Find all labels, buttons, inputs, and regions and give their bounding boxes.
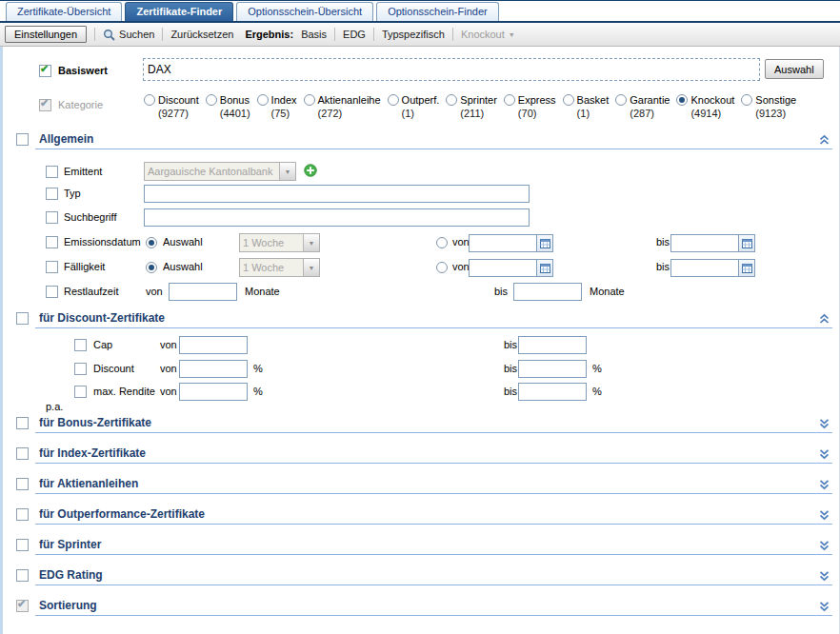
option-count: (4914): [690, 108, 734, 119]
faelligkeit-auswahl-radio[interactable]: [146, 262, 157, 273]
radio-outperf[interactable]: [388, 94, 399, 106]
edg-rating-section-checkbox[interactable]: [16, 569, 29, 582]
rendite-checkbox[interactable]: [74, 386, 87, 398]
expand-down-icon[interactable]: [818, 479, 830, 490]
discount-bis-input[interactable]: [518, 360, 587, 378]
expand-down-icon[interactable]: [818, 418, 830, 429]
kategorie-option-basket[interactable]: Basket (1): [563, 94, 610, 119]
expand-down-icon[interactable]: [818, 601, 830, 612]
add-emittent-icon[interactable]: [304, 164, 317, 177]
collapse-up-icon[interactable]: [818, 313, 830, 325]
typ-input[interactable]: [144, 185, 530, 203]
tab-optionsschein-uebersicht[interactable]: Optionsschein-Übersicht: [236, 2, 373, 21]
kategorie-option-index[interactable]: Index (75): [257, 94, 297, 119]
allgemein-checkbox[interactable]: [16, 133, 29, 146]
calendar-icon[interactable]: [739, 259, 755, 277]
basiswert-checkbox[interactable]: [39, 65, 51, 77]
ergebnis-edg-button[interactable]: EDG: [343, 29, 366, 40]
calendar-icon[interactable]: [537, 234, 553, 252]
option-count: (70): [518, 108, 556, 119]
bonus-section-checkbox[interactable]: [16, 417, 29, 429]
date-input[interactable]: [469, 259, 537, 277]
ergebnis-basis-button[interactable]: Basis: [301, 29, 327, 40]
emissionsdatum-von-radio[interactable]: [436, 237, 448, 248]
faelligkeit-checkbox[interactable]: [46, 261, 58, 273]
expand-down-icon[interactable]: [818, 540, 830, 551]
aktienanleihen-section-checkbox[interactable]: [16, 478, 29, 490]
calendar-icon[interactable]: [537, 259, 553, 277]
emissionsdatum-checkbox[interactable]: [46, 236, 58, 248]
einstellungen-button[interactable]: Einstellungen: [5, 26, 87, 43]
calendar-icon[interactable]: [739, 234, 755, 252]
kategorie-option-sonstige[interactable]: Sonstige (9123): [741, 94, 796, 119]
suchen-button[interactable]: Suchen: [103, 29, 154, 41]
radio-express[interactable]: [504, 94, 515, 106]
radio-garantie[interactable]: [615, 94, 627, 106]
radio-index[interactable]: [257, 94, 269, 106]
discount-section-checkbox[interactable]: [16, 312, 29, 325]
suchbegriff-input[interactable]: [144, 208, 530, 227]
tab-optionsschein-finder[interactable]: Optionsschein-Finder: [376, 2, 499, 21]
faelligkeit-von-radio[interactable]: [436, 262, 448, 273]
restlaufzeit-checkbox[interactable]: [46, 286, 58, 298]
basiswert-input[interactable]: [143, 58, 760, 81]
kategorie-option-sprinter[interactable]: Sprinter (211): [446, 94, 497, 119]
cap-checkbox[interactable]: [74, 339, 87, 351]
date-input[interactable]: [469, 234, 537, 252]
emittent-checkbox[interactable]: [46, 166, 58, 178]
option-label: Bonus: [220, 94, 250, 106]
restlaufzeit-von-input[interactable]: [169, 283, 237, 301]
percent-label: %: [592, 386, 602, 397]
kategorie-option-aktienanleihe[interactable]: Aktienanleihe (272): [304, 94, 381, 119]
expand-down-icon[interactable]: [818, 570, 830, 582]
auswahl-button[interactable]: Auswahl: [765, 59, 824, 79]
kategorie-options: Discount (9277) Bonus (4401) Index (75) …: [144, 94, 828, 119]
kategorie-option-garantie[interactable]: Garantie (287): [615, 94, 670, 119]
percent-label: %: [253, 386, 263, 397]
expand-down-icon[interactable]: [818, 509, 830, 521]
von-label: von: [146, 286, 163, 297]
option-count: (4401): [220, 108, 250, 119]
date-input[interactable]: [670, 259, 739, 277]
radio-sonstige[interactable]: [741, 94, 752, 106]
expand-down-icon[interactable]: [818, 448, 830, 460]
ergebnis-typspezifisch-button[interactable]: Typspezifisch: [382, 29, 445, 40]
radio-sprinter[interactable]: [446, 94, 457, 106]
discount-checkbox[interactable]: [74, 363, 87, 375]
radio-knockout[interactable]: [676, 94, 688, 106]
emissionsdatum-auswahl-radio[interactable]: [146, 237, 157, 248]
cap-von-input[interactable]: [179, 336, 248, 354]
radio-discount[interactable]: [144, 94, 155, 106]
kategorie-option-bonus[interactable]: Bonus (4401): [206, 94, 250, 119]
rendite-bis-input[interactable]: [518, 383, 587, 401]
section-title: für Discount-Zertifikate: [39, 311, 165, 325]
suchbegriff-checkbox[interactable]: [46, 211, 58, 224]
kategorie-option-knockout[interactable]: Knockout (4914): [676, 94, 734, 119]
kategorie-option-express[interactable]: Express (70): [504, 94, 556, 119]
discount-von-input[interactable]: [179, 360, 248, 378]
tab-zertifikate-finder[interactable]: Zertifikate-Finder: [125, 2, 233, 21]
section-header-sortierung: Sortierung: [16, 599, 832, 616]
typ-checkbox[interactable]: [46, 188, 58, 200]
radio-basket[interactable]: [563, 94, 574, 106]
option-count: (1): [577, 108, 610, 119]
radio-bonus[interactable]: [206, 94, 217, 106]
tab-zertifikate-uebersicht[interactable]: Zertifikate-Übersicht: [6, 2, 122, 21]
collapse-up-icon[interactable]: [818, 134, 830, 146]
suchen-label: Suchen: [119, 29, 154, 40]
basiswert-label: Basiswert: [58, 65, 108, 76]
zuruecksetzen-button[interactable]: Zurücksetzen: [170, 29, 233, 40]
restlaufzeit-bis-input[interactable]: [513, 283, 582, 301]
index-section-checkbox[interactable]: [16, 447, 29, 460]
cap-bis-input[interactable]: [518, 336, 587, 354]
date-input[interactable]: [670, 234, 739, 252]
chevron-down-icon: ▼: [509, 31, 515, 38]
radio-aktienanleihe[interactable]: [304, 94, 315, 106]
toolbar-separator: [162, 28, 163, 41]
kategorie-option-outperf[interactable]: Outperf. (1): [388, 94, 440, 119]
sprinter-section-checkbox[interactable]: [16, 539, 29, 551]
option-label: Sonstige: [755, 94, 796, 106]
outperformance-section-checkbox[interactable]: [16, 508, 29, 521]
rendite-von-input[interactable]: [179, 383, 248, 401]
kategorie-option-discount[interactable]: Discount (9277): [144, 94, 199, 119]
